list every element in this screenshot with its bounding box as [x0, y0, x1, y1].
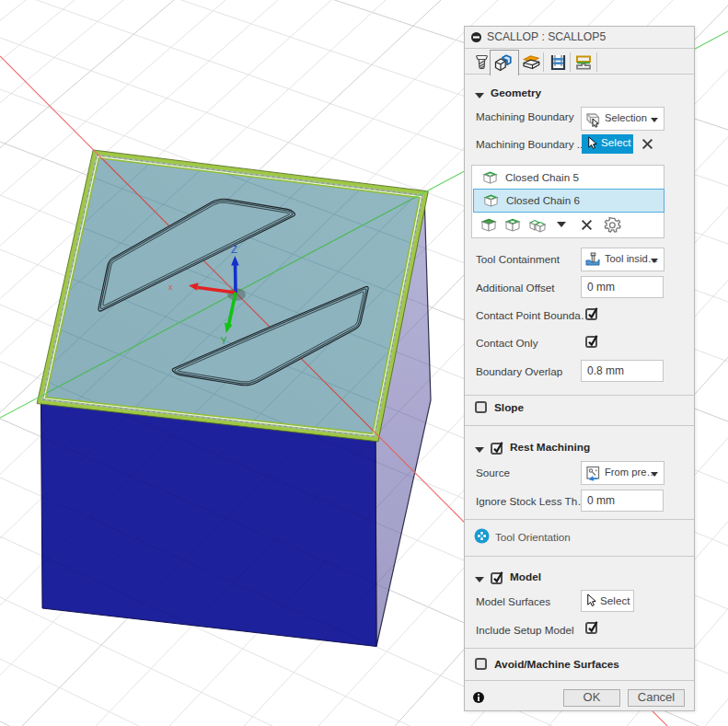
svg-text:Z: Z [231, 244, 237, 255]
svg-text:Y: Y [221, 335, 227, 346]
svg-text:x: x [168, 282, 173, 292]
